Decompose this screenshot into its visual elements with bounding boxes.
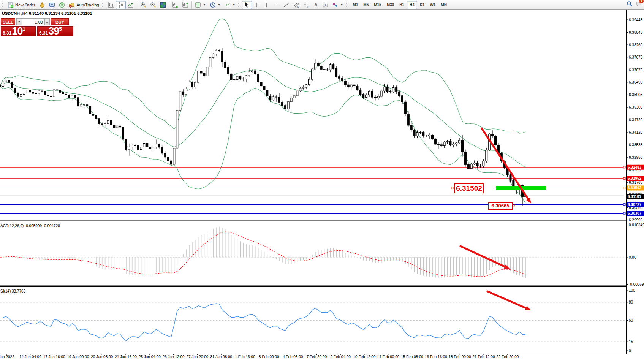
monitor-user-icon	[49, 2, 55, 8]
buy-price-display[interactable]: 6.31 39 5	[37, 26, 73, 36]
autotrading-button[interactable]: AutoTrading	[67, 1, 101, 9]
new-order-label: New Order	[15, 3, 35, 7]
tile-windows-icon	[160, 2, 166, 8]
vertical-line-button[interactable]	[262, 1, 272, 9]
candle-body	[314, 63, 316, 69]
candle-body	[389, 92, 391, 92]
chart-canvas[interactable]: 6.394456.388456.382606.376756.370756.364…	[0, 0, 644, 359]
level-anchor-square[interactable]	[623, 187, 625, 189]
level-anchor-square[interactable]	[623, 177, 625, 179]
rsi-axis-label: 100	[629, 288, 635, 293]
text-button[interactable]: A	[311, 1, 320, 9]
tf-button-H4[interactable]: H4	[407, 1, 417, 9]
line-chart-icon	[128, 2, 134, 8]
candle-body	[98, 119, 100, 124]
shapes-button[interactable]: ▼	[330, 1, 345, 9]
auto-scroll-button[interactable]	[171, 1, 180, 9]
rsi-axis-label: 50	[629, 318, 633, 323]
sell-price-display[interactable]: 6.31 10 1	[1, 26, 36, 36]
text-label-button[interactable]: T	[320, 1, 330, 9]
templates-button[interactable]: ▼	[223, 1, 237, 9]
one-click-trading-panel: SELL ▼ ▲ BUY 6.31 10 1 6.31 39 5	[1, 18, 74, 36]
timeframe-group: M1M5M15M30H1H4D1W1MN	[350, 1, 449, 9]
candle-body	[59, 90, 61, 93]
zoom-in-button[interactable]	[138, 1, 148, 9]
tile-windows-button[interactable]	[158, 1, 168, 9]
candle-body	[191, 82, 193, 87]
channel-button[interactable]: E	[291, 1, 301, 9]
horizontal-line-button[interactable]	[272, 1, 282, 9]
svg-text:F: F	[307, 6, 309, 8]
community-button[interactable]	[47, 1, 57, 9]
time-axis[interactable]	[0, 354, 644, 359]
volume-down-button[interactable]: ▼	[16, 18, 22, 25]
candle-body	[62, 92, 64, 94]
search-icon[interactable]	[627, 1, 633, 7]
sell-button[interactable]: SELL	[1, 18, 15, 25]
candle-body	[362, 95, 364, 98]
buy-button[interactable]: BUY	[51, 18, 69, 25]
level-anchor-square[interactable]	[623, 166, 625, 168]
candle-body	[53, 90, 55, 97]
tf-button-D1[interactable]: D1	[417, 1, 427, 9]
candle-body	[86, 105, 88, 106]
notifications-button[interactable]: 1	[636, 1, 642, 7]
sell-price-main: 10	[12, 27, 22, 36]
candle-body	[134, 145, 136, 145]
candle-body	[275, 97, 277, 97]
candle-body	[101, 124, 103, 125]
fibonacci-button[interactable]: F	[301, 1, 311, 9]
zoom-out-button[interactable]	[148, 1, 158, 9]
candle-body	[386, 87, 388, 91]
tf-button-MN[interactable]: MN	[438, 1, 450, 9]
tf-button-H1[interactable]: H1	[397, 1, 407, 9]
tf-button-M15[interactable]: M15	[371, 1, 384, 9]
candle-body	[185, 89, 187, 95]
signals-button[interactable]	[57, 1, 67, 9]
text-label-icon: T	[322, 2, 328, 8]
candle-body	[302, 87, 304, 88]
tf-button-M5[interactable]: M5	[361, 1, 371, 9]
money-bag-icon	[39, 2, 45, 8]
candle-body	[155, 144, 157, 147]
chart-template-icon	[225, 2, 231, 8]
candle-body	[245, 76, 247, 79]
chart-shift-button[interactable]	[180, 1, 190, 9]
candle-body	[182, 92, 184, 95]
price-level-badge-label: 6.31101	[628, 195, 641, 199]
cursor-icon	[244, 2, 250, 8]
price-annotation-31502[interactable]: 6.31502	[454, 183, 484, 193]
candle-body	[197, 71, 199, 82]
volume-up-button[interactable]: ▲	[44, 18, 50, 25]
new-order-button[interactable]: New Order	[6, 1, 37, 9]
level-anchor-square[interactable]	[623, 212, 625, 214]
chevron-down-icon: ▼	[340, 3, 343, 6]
bar-chart-icon	[108, 2, 114, 8]
deposit-button[interactable]	[37, 1, 47, 9]
line-chart-button[interactable]	[126, 1, 136, 9]
price-annotation-30665[interactable]: 6.30665	[488, 202, 513, 210]
candle-body	[293, 96, 295, 98]
auto-scroll-icon	[172, 2, 179, 8]
candle-body	[371, 91, 373, 97]
tf-button-W1[interactable]: W1	[427, 1, 438, 9]
periods-button[interactable]: ▼	[208, 1, 223, 9]
candle-body	[281, 102, 283, 106]
tf-button-M30[interactable]: M30	[384, 1, 397, 9]
volume-input[interactable]	[22, 18, 44, 25]
svg-text:E: E	[297, 6, 299, 8]
candle-body	[320, 66, 322, 69]
candle-body	[74, 95, 76, 98]
signal-icon	[59, 2, 65, 8]
cursor-button[interactable]	[242, 1, 252, 9]
candlestick-button[interactable]	[116, 1, 126, 9]
tf-button-M1[interactable]: M1	[350, 1, 361, 9]
crosshair-button[interactable]	[252, 1, 262, 9]
level-anchor-square[interactable]	[623, 204, 625, 206]
trendline-button[interactable]	[282, 1, 291, 9]
rsi-axis-label: 15	[629, 340, 633, 344]
indicators-button[interactable]: ▼	[193, 1, 208, 9]
candle-body	[224, 62, 226, 67]
candle-body	[143, 143, 145, 147]
bar-chart-button[interactable]	[106, 1, 116, 9]
